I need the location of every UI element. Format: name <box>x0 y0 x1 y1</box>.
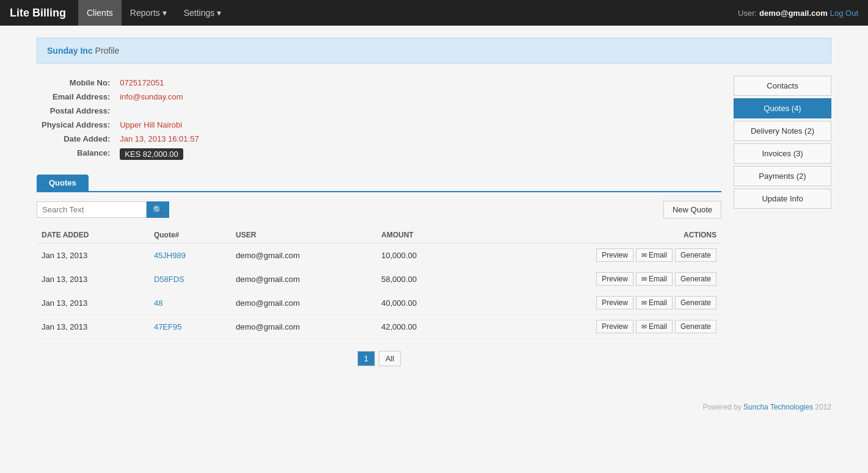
generate-button[interactable]: Generate <box>675 296 717 309</box>
page-all-button[interactable]: All <box>379 351 401 366</box>
table-row: Jan 13, 2013 45JH989 demo@gmail.com 10,0… <box>37 244 721 267</box>
nav-clients[interactable]: Clients <box>78 0 122 26</box>
cell-user: demo@gmail.com <box>231 267 376 291</box>
cell-actions: Preview ✉ Email Generate <box>465 315 721 339</box>
cell-user: demo@gmail.com <box>231 291 376 315</box>
page-content: Sunday Inc Profile Mobile No: 0725172051… <box>0 26 868 378</box>
label-balance: Balance: <box>37 146 115 162</box>
info-mobile: Mobile No: 0725172051 <box>37 76 204 90</box>
cell-user: demo@gmail.com <box>231 315 376 339</box>
cell-date: Jan 13, 2013 <box>37 267 149 291</box>
pagination: 1 All <box>37 351 721 366</box>
quotes-section: Quotes 🔍 New Quote DATE ADDED Quot <box>37 175 721 366</box>
label-date: Date Added: <box>37 132 115 146</box>
info-date: Date Added: Jan 13, 2013 16:01:57 <box>37 132 204 146</box>
email-button[interactable]: ✉ Email <box>636 248 673 262</box>
search-group: 🔍 <box>37 201 169 218</box>
quotes-tab: Quotes <box>37 175 89 191</box>
sidebar-delivery-notes[interactable]: Delivery Notes (2) <box>734 121 831 141</box>
col-date: DATE ADDED <box>37 227 149 244</box>
cell-quote[interactable]: D58FDS <box>149 267 231 291</box>
email-button[interactable]: ✉ Email <box>636 272 673 286</box>
user-label: User: <box>738 9 757 18</box>
table-row: Jan 13, 2013 48 demo@gmail.com 40,000.00… <box>37 291 721 315</box>
quotes-table: DATE ADDED Quote# USER AMOUNT ACTIONS Ja… <box>37 227 721 339</box>
preview-button[interactable]: Preview <box>596 320 633 333</box>
cell-date: Jan 13, 2013 <box>37 291 149 315</box>
label-physical: Physical Address: <box>37 118 115 132</box>
col-actions: ACTIONS <box>465 227 721 244</box>
table-header-row: DATE ADDED Quote# USER AMOUNT ACTIONS <box>37 227 721 244</box>
cell-actions: Preview ✉ Email Generate <box>465 244 721 267</box>
footer: Powered by Suncha Technologies 2012 <box>0 397 868 417</box>
email-icon: ✉ <box>641 323 647 331</box>
profile-header: Sunday Inc Profile <box>37 38 831 63</box>
cell-actions: Preview ✉ Email Generate <box>465 291 721 315</box>
table-row: Jan 13, 2013 D58FDS demo@gmail.com 58,00… <box>37 267 721 291</box>
balance-badge: KES 82,000.00 <box>120 148 183 160</box>
main-layout: Mobile No: 0725172051 Email Address: inf… <box>37 76 831 366</box>
logout-button[interactable]: Log Out <box>830 9 858 18</box>
page-1-button[interactable]: 1 <box>357 351 375 366</box>
generate-button[interactable]: Generate <box>675 320 717 333</box>
nav-reports[interactable]: Reports ▾ <box>122 0 175 26</box>
info-email: Email Address: info@sunday.com <box>37 90 204 104</box>
brand-logo: Lite Billing <box>10 7 66 20</box>
footer-brand[interactable]: Suncha Technologies <box>743 403 813 411</box>
email-icon: ✉ <box>641 299 647 307</box>
preview-button[interactable]: Preview <box>596 248 633 262</box>
nav-settings[interactable]: Settings ▾ <box>175 0 230 26</box>
navbar: Lite Billing Clients Reports ▾ Settings … <box>0 0 868 26</box>
client-info: Mobile No: 0725172051 Email Address: inf… <box>37 76 721 162</box>
profile-suffix: Profile <box>95 46 120 56</box>
cell-user: demo@gmail.com <box>231 244 376 267</box>
footer-suffix: 2012 <box>815 403 831 411</box>
email-button[interactable]: ✉ Email <box>636 320 673 333</box>
new-quote-button[interactable]: New Quote <box>663 201 721 218</box>
cell-quote[interactable]: 45JH989 <box>149 244 231 267</box>
value-balance: KES 82,000.00 <box>115 146 203 162</box>
preview-button[interactable]: Preview <box>596 272 633 286</box>
left-panel: Mobile No: 0725172051 Email Address: inf… <box>37 76 721 366</box>
sidebar-update-info[interactable]: Update Info <box>734 189 831 209</box>
email-icon: ✉ <box>641 251 647 259</box>
label-email: Email Address: <box>37 90 115 104</box>
cell-quote[interactable]: 48 <box>149 291 231 315</box>
footer-prefix: Powered by <box>702 403 743 411</box>
preview-button[interactable]: Preview <box>596 296 633 309</box>
info-balance: Balance: KES 82,000.00 <box>37 146 204 162</box>
cell-amount: 40,000.00 <box>376 291 465 315</box>
col-quote: Quote# <box>149 227 231 244</box>
value-date: Jan 13, 2013 16:01:57 <box>115 132 203 146</box>
generate-button[interactable]: Generate <box>675 248 717 262</box>
cell-date: Jan 13, 2013 <box>37 244 149 267</box>
value-mobile: 0725172051 <box>115 76 203 90</box>
info-postal: Postal Address: <box>37 104 204 118</box>
sidebar-invoices[interactable]: Invoices (3) <box>734 143 831 164</box>
cell-amount: 10,000.00 <box>376 244 465 267</box>
cell-amount: 58,000.00 <box>376 267 465 291</box>
client-name: Sunday Inc <box>47 46 93 56</box>
email-button[interactable]: ✉ Email <box>636 296 673 309</box>
generate-button[interactable]: Generate <box>675 272 717 286</box>
label-postal: Postal Address: <box>37 104 115 118</box>
cell-date: Jan 13, 2013 <box>37 315 149 339</box>
cell-amount: 42,000.00 <box>376 315 465 339</box>
cell-quote[interactable]: 47EF95 <box>149 315 231 339</box>
sidebar-quotes[interactable]: Quotes (4) <box>734 98 831 118</box>
sidebar-payments[interactable]: Payments (2) <box>734 166 831 186</box>
value-physical: Upper Hill Nairobi <box>115 118 203 132</box>
search-input[interactable] <box>37 201 147 218</box>
section-divider <box>37 191 721 192</box>
col-user: USER <box>231 227 376 244</box>
sidebar-contacts[interactable]: Contacts <box>734 76 831 96</box>
user-info: User: demo@gmail.com Log Out <box>738 9 858 18</box>
email-icon: ✉ <box>641 275 647 283</box>
table-row: Jan 13, 2013 47EF95 demo@gmail.com 42,00… <box>37 315 721 339</box>
toolbar: 🔍 New Quote <box>37 201 721 218</box>
user-email: demo@gmail.com <box>759 9 828 18</box>
value-email: info@sunday.com <box>115 90 203 104</box>
label-mobile: Mobile No: <box>37 76 115 90</box>
right-panel: Contacts Quotes (4) Delivery Notes (2) I… <box>734 76 831 366</box>
search-button[interactable]: 🔍 <box>147 201 169 218</box>
